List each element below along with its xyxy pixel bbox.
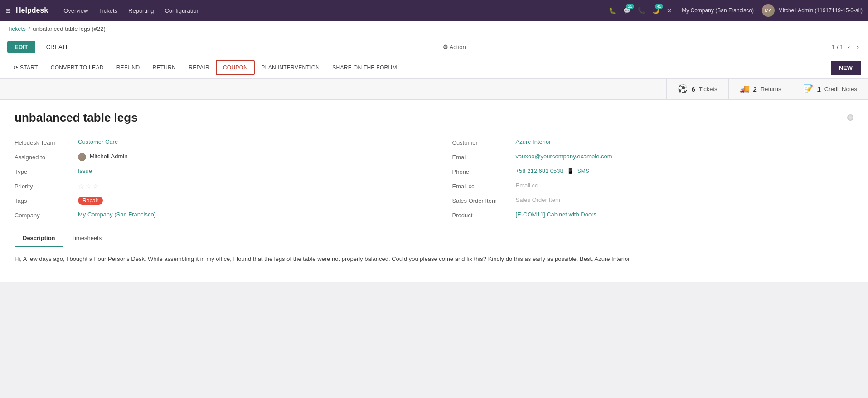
- field-product: Product [E-COM11] Cabinet with Doors: [452, 208, 854, 223]
- credit-notes-icon: 📝: [803, 84, 813, 94]
- action-bar: EDIT CREATE ⚙ Action 1 / 1 ‹ ›: [0, 37, 868, 57]
- description-content: Hi, A few days ago, I bought a Four Pers…: [15, 247, 853, 271]
- field-tags: Tags Repair: [15, 194, 434, 208]
- plan-intervention-button[interactable]: PLAN INTERVENTION: [255, 61, 326, 74]
- sms-link[interactable]: SMS: [577, 168, 589, 174]
- tab-description[interactable]: Description: [15, 230, 63, 247]
- returns-icon: 🚚: [740, 84, 750, 94]
- right-fields: Customer Azure Interior Email vauxoo@you…: [434, 136, 854, 223]
- field-company: Company My Company (San Francisco): [15, 208, 434, 223]
- coupon-button[interactable]: COUPON: [216, 60, 255, 75]
- tickets-label: Tickets: [699, 86, 718, 93]
- brand-name[interactable]: Helpdesk: [16, 6, 48, 15]
- repair-button[interactable]: REPAIR: [182, 61, 216, 74]
- phone-value[interactable]: +58 212 681 0538: [516, 167, 563, 174]
- apps-grid-icon[interactable]: ⊞: [5, 7, 10, 14]
- star-2[interactable]: ☆: [85, 182, 92, 191]
- close-icon[interactable]: ✕: [665, 5, 674, 16]
- new-button[interactable]: NEW: [831, 61, 861, 75]
- record-title: unbalanced table legs: [15, 111, 138, 125]
- assigned-name[interactable]: Mitchell Admin: [90, 153, 128, 160]
- tab-timesheets[interactable]: Timesheets: [63, 230, 110, 247]
- credit-notes-count: 1: [817, 85, 820, 93]
- start-button[interactable]: ⟳ START: [7, 61, 44, 74]
- assigned-avatar: [78, 153, 86, 161]
- share-on-forum-button[interactable]: SHARE ON THE FORUM: [326, 61, 403, 74]
- breadcrumb: Tickets / unbalanced table legs (#22): [0, 21, 868, 37]
- status-dot[interactable]: [847, 114, 853, 121]
- convert-to-lead-button[interactable]: CONVERT TO LEAD: [44, 61, 110, 74]
- priority-stars[interactable]: ☆ ☆ ☆: [78, 182, 434, 191]
- phone-icon[interactable]: 📞: [636, 5, 647, 16]
- field-type: Type Issue: [15, 165, 434, 179]
- pagination-prev[interactable]: ‹: [846, 42, 852, 52]
- field-email-cc: Email cc Email cc: [452, 179, 854, 194]
- top-navigation: ⊞ Helpdesk Overview Tickets Reporting Co…: [0, 0, 868, 21]
- field-priority: Priority ☆ ☆ ☆: [15, 179, 434, 194]
- credit-notes-label: Credit Notes: [824, 86, 857, 93]
- star-3[interactable]: ☆: [92, 182, 99, 191]
- main-content: ⚽ 6 Tickets 🚚 2 Returns 📝 1 Credit Notes…: [0, 79, 868, 282]
- chat-icon[interactable]: 💬25: [621, 5, 632, 16]
- refund-button[interactable]: REFUND: [110, 61, 146, 74]
- nav-configuration[interactable]: Configuration: [160, 5, 204, 17]
- user-name[interactable]: Mitchell Admin (11917119-15-0-all): [778, 7, 863, 14]
- field-phone: Phone +58 212 681 0538 📱 SMS: [452, 165, 854, 179]
- fields-grid: Helpdesk Team Customer Care Assigned to …: [15, 136, 853, 223]
- tickets-count: 6: [691, 85, 695, 93]
- action-button[interactable]: ⚙ Action: [443, 44, 466, 50]
- nav-icons: 🐛 💬25 📞 🌙45 ✕ My Company (San Francisco)…: [607, 4, 863, 17]
- create-button[interactable]: CREATE: [39, 41, 77, 53]
- field-helpdesk-team: Helpdesk Team Customer Care: [15, 136, 434, 150]
- toolbar: ⟳ START CONVERT TO LEAD REFUND RETURN RE…: [0, 57, 868, 79]
- edit-button[interactable]: EDIT: [7, 41, 35, 53]
- return-button[interactable]: RETURN: [146, 61, 182, 74]
- record-area: unbalanced table legs Helpdesk Team Cust…: [0, 100, 868, 282]
- field-customer: Customer Azure Interior: [452, 136, 854, 150]
- pagination-current: 1 / 1: [832, 44, 843, 50]
- breadcrumb-separator: /: [29, 25, 30, 32]
- sms-icon: 📱: [567, 168, 574, 174]
- nav-overview[interactable]: Overview: [59, 5, 92, 17]
- user-avatar[interactable]: MA: [762, 4, 775, 17]
- left-fields: Helpdesk Team Customer Care Assigned to …: [15, 136, 434, 223]
- returns-count: 2: [753, 85, 757, 93]
- breadcrumb-current: unbalanced table legs (#22): [33, 25, 105, 32]
- stat-credit-notes[interactable]: 📝 1 Credit Notes: [792, 79, 868, 99]
- stats-row: ⚽ 6 Tickets 🚚 2 Returns 📝 1 Credit Notes: [0, 79, 868, 100]
- field-assigned-to: Assigned to Mitchell Admin: [15, 150, 434, 165]
- nav-reporting[interactable]: Reporting: [124, 5, 158, 17]
- stat-tickets[interactable]: ⚽ 6 Tickets: [666, 79, 728, 99]
- pagination-next[interactable]: ›: [855, 42, 861, 52]
- returns-label: Returns: [761, 86, 781, 93]
- tickets-icon: ⚽: [678, 84, 688, 94]
- star-1[interactable]: ☆: [78, 182, 84, 191]
- company-label: My Company (San Francisco): [682, 7, 754, 14]
- breadcrumb-parent[interactable]: Tickets: [7, 25, 26, 32]
- stat-returns[interactable]: 🚚 2 Returns: [728, 79, 792, 99]
- bug-icon[interactable]: 🐛: [607, 5, 618, 16]
- tabs-bar: Description Timesheets: [15, 230, 853, 247]
- field-email: Email vauxoo@yourcompany.example.com: [452, 150, 854, 165]
- clock-icon[interactable]: 🌙45: [650, 5, 661, 16]
- tag-repair[interactable]: Repair: [78, 197, 103, 205]
- field-sales-order-item: Sales Order Item Sales Order Item: [452, 194, 854, 208]
- nav-tickets[interactable]: Tickets: [94, 5, 122, 17]
- description-text: Hi, A few days ago, I bought a Four Pers…: [15, 255, 853, 264]
- pagination: 1 / 1 ‹ ›: [832, 42, 861, 52]
